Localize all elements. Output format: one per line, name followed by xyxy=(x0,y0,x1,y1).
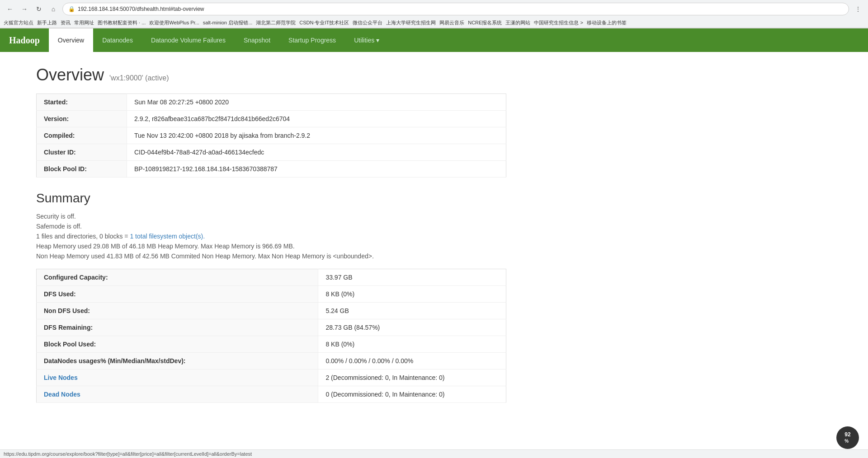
table-row: Non DFS Used: 5.24 GB xyxy=(37,303,506,319)
table-row: Version: 2.9.2, r826afbeae31ca687bc2f847… xyxy=(37,111,506,127)
bookmark-item[interactable]: 火狐官方站点 xyxy=(4,19,33,26)
data-label: Dead Nodes xyxy=(37,386,318,403)
nav-item-utilities[interactable]: Utilities ▾ xyxy=(345,28,388,52)
bookmark-item[interactable]: salt-minion 启动报错... xyxy=(203,19,252,26)
summary-title: Summary xyxy=(36,191,506,206)
nav-items: Overview Datanodes Datanode Volume Failu… xyxy=(49,28,388,52)
live-nodes-link[interactable]: Live Nodes xyxy=(44,374,78,381)
info-label: Compiled: xyxy=(37,127,127,144)
table-row: Cluster ID: CID-044ef9b4-78a8-427d-a0ad-… xyxy=(37,144,506,161)
address-bar[interactable]: 🔒 192.168.184.184:50070/dfshealth.html#t… xyxy=(62,3,849,15)
bookmark-item[interactable]: 微信公众平台 xyxy=(353,19,382,26)
table-row: Compiled: Tue Nov 13 20:42:00 +0800 2018… xyxy=(37,127,506,144)
overview-title: Overview xyxy=(36,65,104,84)
bookmark-item[interactable]: 欢迎使用WebPlus Pr... xyxy=(149,19,199,26)
info-value: Sun Mar 08 20:27:25 +0800 2020 xyxy=(127,94,506,111)
data-value: 0.00% / 0.00% / 0.00% / 0.00% xyxy=(318,353,506,369)
info-label: Cluster ID: xyxy=(37,144,127,161)
extensions-button[interactable]: ⋮ xyxy=(852,3,864,15)
table-row: DFS Remaining: 28.73 GB (84.57%) xyxy=(37,319,506,336)
info-value: Tue Nov 13 20:42:00 +0800 2018 by ajisak… xyxy=(127,127,506,144)
data-label: DFS Remaining: xyxy=(37,319,318,336)
overview-subtitle: 'wx1:9000' (active) xyxy=(109,74,169,82)
nav-item-datanode-volume-failures[interactable]: Datanode Volume Failures xyxy=(142,28,235,52)
bookmark-item[interactable]: 移动设备上的书签 xyxy=(587,19,627,26)
filesystem-text-before: 1 files and directories, 0 blocks = xyxy=(36,233,130,240)
bookmark-item[interactable]: CSDN·专业IT技术社区 xyxy=(299,19,349,26)
table-row: Block Pool Used: 8 KB (0%) xyxy=(37,336,506,353)
overview-section: Overview 'wx1:9000' (active) Started: Su… xyxy=(36,65,506,178)
data-value: 5.24 GB xyxy=(318,303,506,319)
bookmark-item[interactable]: 资讯 xyxy=(61,19,71,26)
security-text: Security is off. xyxy=(36,213,506,220)
bookmark-item[interactable]: 中国研究生招生信息 > xyxy=(534,19,583,26)
table-row: Live Nodes 2 (Decommissioned: 0, In Main… xyxy=(37,369,506,386)
data-value: 33.97 GB xyxy=(318,269,506,286)
home-button[interactable]: ⌂ xyxy=(47,3,60,15)
dead-nodes-link[interactable]: Dead Nodes xyxy=(44,391,80,398)
nav-item-overview[interactable]: Overview xyxy=(49,28,93,52)
browser-toolbar: ← → ↻ ⌂ 🔒 192.168.184.184:50070/dfshealt… xyxy=(0,0,868,18)
reload-button[interactable]: ↻ xyxy=(33,3,45,15)
info-label: Started: xyxy=(37,94,127,111)
info-value: CID-044ef9b4-78a8-427d-a0ad-466134ecfedc xyxy=(127,144,506,161)
data-value: 0 (Decommissioned: 0, In Maintenance: 0) xyxy=(318,386,506,403)
info-label: Block Pool ID: xyxy=(37,161,127,178)
bookmark-item[interactable]: 常用网址 xyxy=(74,19,94,26)
info-label: Version: xyxy=(37,111,127,127)
data-label: Block Pool Used: xyxy=(37,336,318,353)
data-table: Configured Capacity: 33.97 GB DFS Used: … xyxy=(36,269,506,403)
data-value: 2 (Decommissioned: 0, In Maintenance: 0) xyxy=(318,369,506,386)
summary-text-section: Security is off. Safemode is off. 1 file… xyxy=(36,213,506,260)
main-content: Overview 'wx1:9000' (active) Started: Su… xyxy=(0,52,542,421)
safemode-text: Safemode is off. xyxy=(36,223,506,230)
data-label: DFS Used: xyxy=(37,286,318,303)
bookmarks-bar: 火狐官方站点 新手上路 资讯 常用网址 图书教材配套资料 · ... 欢迎使用W… xyxy=(0,18,868,28)
table-row: Block Pool ID: BP-1089198217-192.168.184… xyxy=(37,161,506,178)
data-label: DataNodes usages% (Min/Median/Max/stdDev… xyxy=(37,353,318,369)
data-value: 8 KB (0%) xyxy=(318,286,506,303)
bookmark-item[interactable]: 湖北第二师范学院 xyxy=(256,19,296,26)
data-value: 28.73 GB (84.57%) xyxy=(318,319,506,336)
browser-chrome: ← → ↻ ⌂ 🔒 192.168.184.184:50070/dfshealt… xyxy=(0,0,868,28)
bookmark-item[interactable]: 上海大学研究生招生网 xyxy=(386,19,436,26)
heap-memory-text: Heap Memory used 29.08 MB of 46.18 MB He… xyxy=(36,243,506,250)
table-row: Dead Nodes 0 (Decommissioned: 0, In Main… xyxy=(37,386,506,403)
bookmark-item[interactable]: 王潇的网站 xyxy=(505,19,530,26)
data-label: Configured Capacity: xyxy=(37,269,318,286)
bookmark-item[interactable]: NCRE报名系统 xyxy=(468,19,502,26)
back-button[interactable]: ← xyxy=(4,3,16,15)
data-label: Non DFS Used: xyxy=(37,303,318,319)
hadoop-nav: Hadoop Overview Datanodes Datanode Volum… xyxy=(0,28,868,52)
page-title: Overview 'wx1:9000' (active) xyxy=(36,65,506,84)
nav-item-snapshot[interactable]: Snapshot xyxy=(235,28,279,52)
url-text: 192.168.184.184:50070/dfshealth.html#tab… xyxy=(78,6,843,12)
table-row: DataNodes usages% (Min/Median/Max/stdDev… xyxy=(37,353,506,369)
browser-actions: ⋮ xyxy=(852,3,864,15)
hadoop-logo: Hadoop xyxy=(0,35,49,46)
bookmark-item[interactable]: 网易云音乐 xyxy=(439,19,464,26)
forward-button[interactable]: → xyxy=(18,3,31,15)
nav-item-startup-progress[interactable]: Startup Progress xyxy=(279,28,345,52)
info-value: BP-1089198217-192.168.184.184-1583670388… xyxy=(127,161,506,178)
nav-buttons: ← → ↻ ⌂ xyxy=(4,3,60,15)
data-value: 8 KB (0%) xyxy=(318,336,506,353)
filesystem-text: 1 files and directories, 0 blocks = 1 to… xyxy=(36,233,506,240)
data-label: Live Nodes xyxy=(37,369,318,386)
table-row: DFS Used: 8 KB (0%) xyxy=(37,286,506,303)
info-value: 2.9.2, r826afbeae31ca687bc2f8471dc841b66… xyxy=(127,111,506,127)
bookmark-item[interactable]: 图书教材配套资料 · ... xyxy=(98,19,146,26)
bookmark-item[interactable]: 新手上路 xyxy=(37,19,57,26)
nav-item-datanodes[interactable]: Datanodes xyxy=(93,28,142,52)
table-row: Configured Capacity: 33.97 GB xyxy=(37,269,506,286)
filesystem-link[interactable]: 1 total filesystem object(s). xyxy=(130,233,205,240)
info-table: Started: Sun Mar 08 20:27:25 +0800 2020 … xyxy=(36,93,506,178)
security-icon: 🔒 xyxy=(68,6,75,12)
table-row: Started: Sun Mar 08 20:27:25 +0800 2020 xyxy=(37,94,506,111)
summary-section: Summary Security is off. Safemode is off… xyxy=(36,191,506,403)
non-heap-memory-text: Non Heap Memory used 41.83 MB of 42.56 M… xyxy=(36,252,506,260)
